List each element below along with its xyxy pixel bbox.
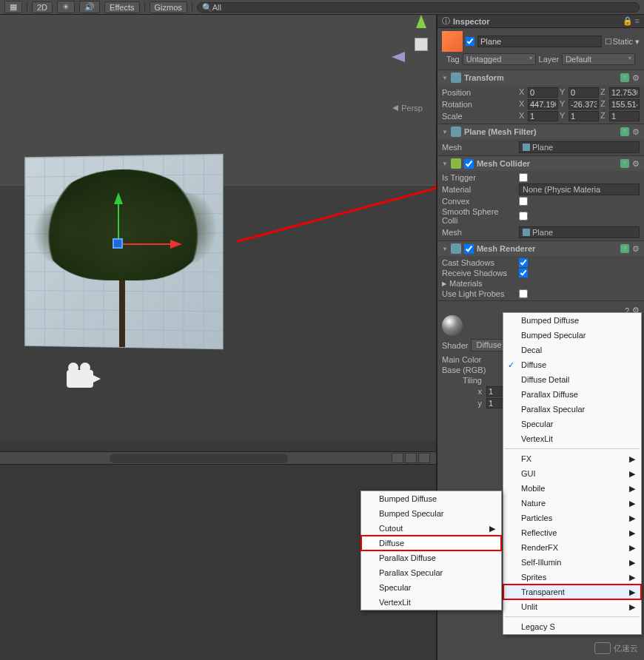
layer-dropdown[interactable]: Default [562,53,635,65]
shader-menu-item[interactable]: Reflective▶ [503,525,641,540]
tag-label: Tag [446,55,460,64]
scene-viewport[interactable]: y x Persp [0,15,436,440]
shader-menu-item[interactable]: GUI▶ [503,466,641,481]
gizmos-dropdown[interactable]: Gizmos [150,1,187,13]
help-icon[interactable]: ? [620,73,629,82]
shader-label: Shader [442,341,468,350]
gear-icon[interactable]: ⚙ [632,244,640,254]
shader-menu-item[interactable]: Unlit▶ [503,599,641,614]
shader-menu-item[interactable]: Transparent▶ [503,585,641,599]
active-checkbox[interactable] [466,37,474,46]
static-dropdown[interactable]: ☐Static ▾ [605,37,640,47]
castshadows-checkbox[interactable] [519,258,528,267]
shader-submenu-item[interactable]: Parallax Diffuse [361,550,501,565]
shader-submenu-item[interactable]: Bumped Specular [361,506,501,521]
transform-component: ▼Transform?⚙ PositionXYZ RotationXYZ Sca… [437,70,644,124]
light-toggle[interactable]: ☀ [57,1,75,13]
shader-menu-item[interactable]: Parallax Diffuse [503,387,641,402]
filter-label-icon[interactable] [392,453,403,463]
scene-search-input[interactable]: 🔍All [197,2,640,13]
scale-z-field[interactable] [609,111,640,121]
info-icon: ⓘ [442,16,450,27]
meshrenderer-icon [451,243,461,254]
shader-menu-item[interactable]: Nature▶ [503,496,641,511]
tiling-label: Tiling [442,376,486,385]
recvshadows-checkbox[interactable] [519,269,528,277]
gear-icon[interactable]: ⚙ [632,159,640,169]
rot-z-field[interactable] [609,99,640,110]
object-name-field[interactable] [477,36,602,47]
tree-texture [119,258,125,347]
renderer-enabled-checkbox[interactable] [464,244,474,254]
convex-checkbox[interactable] [519,197,528,206]
help-icon[interactable]: ? [620,159,629,168]
scene-toolbar: ▦ 2D ☀ 🔊 Effects Gizmos 🔍All [0,0,644,15]
shader-menu-item[interactable]: VertexLit [503,431,641,446]
filter-save-icon[interactable] [418,453,430,463]
material-preview-icon[interactable] [442,315,463,336]
shader-menu-item[interactable]: Diffuse✓ [503,357,641,372]
project-search-input[interactable] [110,454,288,463]
shader-menu-item[interactable]: Self-Illumin▶ [503,555,641,570]
shader-menu-item[interactable]: Legacy S [503,619,641,634]
pos-y-field[interactable] [568,87,599,98]
shader-menu-item[interactable]: FX▶ [503,451,641,466]
shader-submenu-item[interactable]: Cutout▶ [361,521,501,536]
shader-submenu-item[interactable]: Bumped Diffuse [361,491,501,506]
gear-icon[interactable]: ⚙ [632,73,640,83]
scale-y-field[interactable] [568,111,599,121]
shader-menu-item[interactable]: Specular [503,417,641,431]
audio-toggle[interactable]: 🔊 [79,1,100,13]
pos-x-field[interactable] [528,87,558,98]
physmat-field[interactable]: None (Physic Materia [519,183,640,195]
shader-menu-item[interactable]: Bumped Diffuse [503,313,641,328]
collider-mesh-field[interactable]: Plane [519,226,640,238]
shader-submenu-item[interactable]: Parallax Specular [361,565,501,580]
shader-menu-item[interactable]: Mobile▶ [503,481,641,496]
scale-x-field[interactable] [528,111,558,121]
transform-icon [451,73,461,83]
shader-menu-item[interactable]: Diffuse Detail [503,372,641,387]
rot-y-field[interactable] [568,99,599,110]
gameobject-icon[interactable] [442,31,463,52]
effects-dropdown[interactable]: Effects [104,1,139,13]
meshfilter-icon [451,127,461,137]
mesh-field[interactable]: Plane [519,141,640,153]
istrigger-checkbox[interactable] [519,173,528,182]
lock-icon[interactable]: 🔒 ≡ [623,16,640,26]
watermark: 亿速云 [594,642,638,654]
collider-enabled-checkbox[interactable] [464,159,474,169]
shader-menu-item[interactable]: Bumped Specular [503,328,641,343]
shaded-mode-button[interactable]: ▦ [4,1,22,13]
2d-toggle[interactable]: 2D [32,1,53,13]
object-header: ☐Static ▾ Tag Untagged Layer Default [437,28,644,70]
shader-submenu-item[interactable]: VertexLit [361,595,501,610]
camera-gizmo-icon[interactable] [67,370,93,388]
tag-dropdown[interactable]: Untagged [463,53,536,65]
shader-menu: Bumped DiffuseBumped SpecularDecalDiffus… [503,312,642,635]
shader-menu-item[interactable]: Particles▶ [503,511,641,525]
shader-submenu-item[interactable]: Specular [361,580,501,595]
smooth-checkbox[interactable] [519,212,528,220]
lightprobes-checkbox[interactable] [519,289,528,298]
help-icon[interactable]: ? [620,127,629,136]
shader-menu-item[interactable]: Parallax Specular [503,402,641,417]
mesh-collider-component: ▼Mesh Collider?⚙ Is Trigger MaterialNone… [437,155,644,240]
inspector-tab[interactable]: ⓘ Inspector 🔒 ≡ [437,15,644,28]
selected-plane-object[interactable] [24,154,224,350]
shader-menu-item[interactable]: Decal [503,343,641,357]
meshcollider-icon [451,158,461,169]
mesh-filter-component: ▼Plane (Mesh Filter)?⚙ MeshPlane [437,124,644,155]
projection-label[interactable]: Persp [392,104,423,112]
filter-type-icon[interactable] [405,453,417,463]
shader-submenu-item[interactable]: Diffuse [361,536,501,550]
pos-z-field[interactable] [609,87,640,98]
rot-x-field[interactable] [528,99,558,110]
shader-menu-item[interactable]: RenderFX▶ [503,540,641,555]
gear-icon[interactable]: ⚙ [632,127,640,137]
mesh-renderer-component: ▼Mesh Renderer?⚙ Cast Shadows Receive Sh… [437,240,644,300]
help-icon[interactable]: ? [620,244,629,253]
materials-foldout[interactable]: Materials [449,279,523,288]
shader-menu-item[interactable]: Sprites▶ [503,570,641,585]
annotation-arrow [237,185,436,243]
